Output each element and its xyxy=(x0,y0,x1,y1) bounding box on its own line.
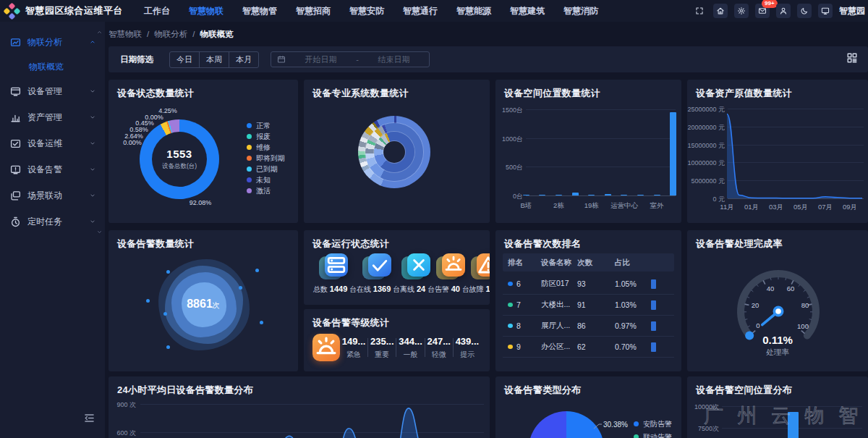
alarm-level-value: 235... xyxy=(368,336,396,347)
sidebar-item-label: 定时任务 xyxy=(27,216,89,228)
table-header-cell: 设备名称 xyxy=(536,258,572,268)
alarm-level-label: 重要 xyxy=(368,350,396,360)
legend-dot xyxy=(247,134,252,139)
app: 智慧园区综合运维平台 工作台智慧物联智慧物管智慧招商智慧安防智慧通行智慧能源智慧… xyxy=(0,0,868,438)
bar xyxy=(670,112,676,195)
percent-cell: 1.03% xyxy=(610,300,646,309)
blob-dot xyxy=(166,345,170,349)
panel-alarm-space: 设备告警空间位置分布 10000次7500次 xyxy=(687,376,868,438)
nav-item-smart-leasing[interactable]: 智慧招商 xyxy=(286,0,340,22)
nav-menu: 工作台智慧物联智慧物管智慧招商智慧安防智慧通行智慧能源智慧建筑智慧消防 xyxy=(135,0,608,22)
scroll-up-icon[interactable] xyxy=(96,29,103,35)
sidebar-item-scene-linkage[interactable]: 场景联动 xyxy=(0,182,105,209)
legend-item[interactable]: 未知 xyxy=(247,174,285,185)
table-header-cell: 占比 xyxy=(610,258,646,268)
dashboard-layout-icon[interactable] xyxy=(846,52,858,64)
sidebar-subitem-iot-overview[interactable]: 物联概览 xyxy=(0,55,105,78)
legend-item[interactable]: 报废 xyxy=(247,131,285,142)
x-axis-label: 19栋 xyxy=(574,201,610,211)
sidebar-item-scheduled-tasks[interactable]: 定时任务 xyxy=(0,209,105,235)
sidebar-item-asset-management[interactable]: 资产管理 xyxy=(0,104,105,130)
sidebar-item-device-management[interactable]: 设备管理 xyxy=(0,78,105,104)
nav-item-smart-security[interactable]: 智慧安防 xyxy=(340,0,393,22)
sidebar-item-device-ops[interactable]: 设备运维 xyxy=(0,130,105,156)
siren-icon xyxy=(439,253,465,279)
legend-item[interactable]: 已到期 xyxy=(247,164,285,174)
legend-item[interactable]: 即将到期 xyxy=(247,153,285,164)
mail-icon[interactable]: 99+ xyxy=(755,4,770,18)
panel-title: 设备告警空间位置分布 xyxy=(696,384,792,397)
start-date-placeholder[interactable]: 开始日期 xyxy=(286,54,356,65)
date-range-input[interactable]: 开始日期 - 结束日期 xyxy=(271,51,430,67)
nav-item-workbench[interactable]: 工作台 xyxy=(135,0,179,22)
home-icon[interactable] xyxy=(713,4,728,18)
nav-item-smart-fire[interactable]: 智慧消防 xyxy=(554,0,608,22)
app-title: 智慧园区综合运维平台 xyxy=(25,4,123,17)
table-header-cell: 排名 xyxy=(503,258,536,268)
nav-item-smart-property[interactable]: 智慧物管 xyxy=(233,0,286,22)
percent-cell: 0.97% xyxy=(610,321,646,330)
panel-title: 设备告警数量统计 xyxy=(117,237,194,250)
status-stat-label: 在线 1369 台 xyxy=(357,285,400,295)
x-axis-label: 2栋 xyxy=(541,201,577,211)
device-alarm-icon xyxy=(10,164,21,175)
status-stat-warning: 故障 16 台 xyxy=(469,253,490,295)
alarm-level-value: 344... xyxy=(396,336,424,347)
donut-percent-label: 0.00% xyxy=(145,114,163,121)
legend-dot xyxy=(247,177,252,182)
gauge-tick-label: 0 xyxy=(756,321,760,329)
nav-item-smart-energy[interactable]: 智慧能源 xyxy=(447,0,501,22)
donut-total-label: 设备总数(台) xyxy=(162,162,197,171)
bar xyxy=(572,193,579,195)
panel-title: 设备告警处理完成率 xyxy=(696,237,783,250)
status-row: 总数 1449 台在线 1369 台离线 24 台告警 40 台故障 16 台 xyxy=(304,253,490,295)
user-icon[interactable] xyxy=(776,4,791,18)
legend-item[interactable]: 联动告警 xyxy=(634,431,672,438)
panel-alarm-rank: 设备告警次数排名 排名设备名称次数占比6防区017931.05%7大楼出...9… xyxy=(495,230,681,371)
quick-date-today[interactable]: 今日 xyxy=(170,52,200,67)
quick-date-week[interactable]: 本周 xyxy=(200,52,229,67)
sidebar-item-iot-analysis[interactable]: 物联分析 xyxy=(0,29,105,55)
gauge-tick-label: 40 xyxy=(767,285,775,292)
legend-item[interactable]: 安防告警 xyxy=(634,418,672,429)
count-cell: 93 xyxy=(572,279,610,288)
gridline xyxy=(526,167,676,167)
breadcrumb-item[interactable]: 物联分析 xyxy=(154,29,187,40)
panel-asset-value: 设备资产原值数量统计 25000000 元20000000 元15000000 … xyxy=(687,80,868,223)
chevron-down-icon xyxy=(89,218,96,225)
device-name-cell: 展厅人... xyxy=(536,321,572,331)
rank-dot xyxy=(508,282,513,286)
nav-item-smart-iot[interactable]: 智慧物联 xyxy=(179,0,233,22)
panel-space-count: 设备空间位置数量统计 1500台1000台500台0台B塔2栋19栋运营中心室外 xyxy=(495,80,681,223)
breadcrumb-item[interactable]: 智慧物联 xyxy=(109,29,142,40)
rank-cell: 9 xyxy=(503,342,536,351)
chevron-up-icon xyxy=(89,38,96,46)
legend-item[interactable]: 正常 xyxy=(247,120,285,131)
monitor-icon[interactable] xyxy=(818,4,833,18)
legend-item[interactable]: 维修 xyxy=(247,142,285,153)
quick-date-month[interactable]: 本月 xyxy=(229,52,258,67)
fullscreen-icon[interactable] xyxy=(692,4,707,18)
bar xyxy=(654,195,660,196)
nav-item-smart-access[interactable]: 智慧通行 xyxy=(393,0,447,22)
settings-gear-icon[interactable] xyxy=(734,4,749,18)
rank-dot xyxy=(508,324,513,328)
donut-percent-label: 0.58% xyxy=(129,126,148,133)
scroll-down-icon[interactable] xyxy=(96,229,103,235)
menu-collapse-icon[interactable] xyxy=(84,413,95,424)
legend-item[interactable]: 激活 xyxy=(247,185,285,196)
chart-legend: 正常报废维修即将到期已到期未知激活 xyxy=(247,120,285,196)
sidebar-item-label: 场景联动 xyxy=(27,190,89,202)
donut-percent-label: 2.64% xyxy=(124,132,143,140)
y-axis-label: 0台 xyxy=(495,192,523,201)
tenant-label[interactable]: 智慧园 xyxy=(839,5,867,17)
mini-bar xyxy=(651,321,656,331)
device-status-donut-chart: 1553设备总数(台)92.08%0.00%2.64%0.58%0.45%0.0… xyxy=(109,80,298,223)
bar xyxy=(556,195,562,196)
end-date-placeholder[interactable]: 结束日期 xyxy=(359,54,429,65)
panel-title: 设备专业系统数量统计 xyxy=(312,87,409,100)
dark-mode-moon-icon[interactable] xyxy=(797,4,812,18)
legend-dot xyxy=(634,421,639,426)
sidebar-item-device-alarm[interactable]: 设备告警 xyxy=(0,156,105,182)
nav-item-smart-building[interactable]: 智慧建筑 xyxy=(501,0,554,22)
